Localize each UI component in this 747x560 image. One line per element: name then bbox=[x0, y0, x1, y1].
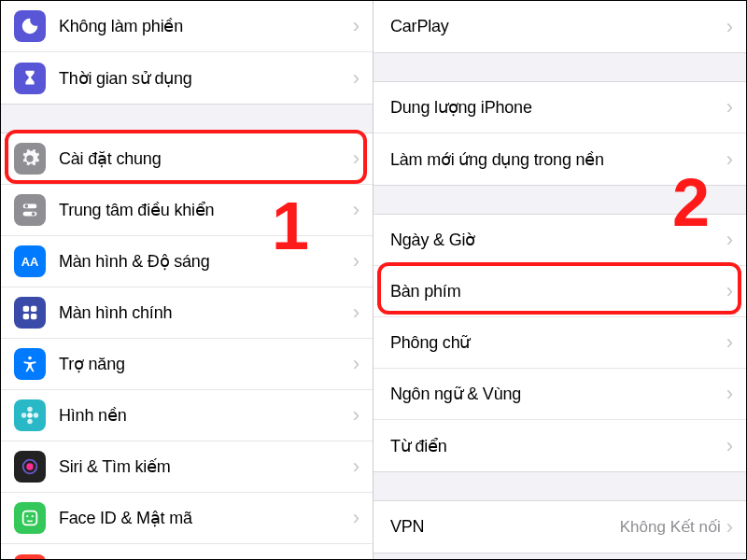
gear-icon bbox=[14, 143, 46, 175]
svg-point-14 bbox=[34, 413, 38, 418]
row-keyboard[interactable]: Bàn phím › bbox=[374, 266, 746, 317]
svg-rect-17 bbox=[23, 511, 37, 525]
row-label: VPN bbox=[390, 517, 620, 537]
row-label: Hình nền bbox=[59, 405, 353, 426]
row-label: Màn hình & Độ sáng bbox=[59, 251, 353, 272]
svg-point-16 bbox=[26, 463, 33, 469]
svg-point-18 bbox=[26, 515, 28, 517]
chevron-right-icon: › bbox=[353, 352, 359, 376]
row-label: Ngày & Giờ bbox=[390, 230, 726, 250]
switches-icon bbox=[14, 194, 46, 226]
row-date-time[interactable]: Ngày & Giờ › bbox=[374, 215, 746, 266]
svg-rect-7 bbox=[23, 314, 29, 319]
row-dictionary[interactable]: Từ điển › bbox=[374, 420, 746, 471]
chevron-right-icon: › bbox=[726, 515, 733, 539]
row-label: Dung lượng iPhone bbox=[390, 97, 726, 118]
row-label: Bàn phím bbox=[390, 282, 726, 301]
chevron-right-icon: › bbox=[353, 249, 359, 273]
row-sos[interactable]: SOS SOS khẩn cấp › bbox=[1, 544, 373, 559]
svg-point-10 bbox=[27, 413, 33, 418]
row-label: Ngôn ngữ & Vùng bbox=[390, 384, 726, 404]
chevron-right-icon: › bbox=[353, 66, 359, 91]
row-label: Cài đặt chung bbox=[59, 148, 353, 169]
chevron-right-icon: › bbox=[353, 147, 359, 171]
chevron-right-icon: › bbox=[353, 403, 359, 427]
svg-point-2 bbox=[25, 204, 29, 208]
row-carplay[interactable]: CarPlay › bbox=[374, 1, 746, 52]
face-icon bbox=[14, 502, 46, 534]
flower-icon bbox=[14, 399, 46, 431]
row-label: Làm mới ứng dụng trong nền bbox=[390, 149, 726, 170]
chevron-right-icon: › bbox=[726, 330, 733, 355]
svg-point-13 bbox=[21, 413, 27, 418]
svg-point-12 bbox=[27, 419, 33, 425]
chevron-right-icon: › bbox=[353, 301, 359, 325]
row-dnd[interactable]: Không làm phiền › bbox=[1, 1, 373, 52]
svg-rect-6 bbox=[31, 306, 36, 312]
chevron-right-icon: › bbox=[353, 558, 359, 560]
svg-point-11 bbox=[27, 407, 33, 413]
row-wallpaper[interactable]: Hình nền › bbox=[1, 390, 373, 441]
svg-point-19 bbox=[32, 515, 34, 517]
row-label: Màn hình chính bbox=[59, 303, 353, 323]
chevron-right-icon: › bbox=[353, 14, 359, 38]
svg-rect-5 bbox=[23, 306, 29, 312]
row-general[interactable]: Cài đặt chung › bbox=[1, 133, 373, 185]
chevron-right-icon: › bbox=[353, 455, 359, 479]
settings-panel-left: Không làm phiền › Thời gian sử dụng › Cà… bbox=[1, 1, 374, 559]
row-fonts[interactable]: Phông chữ › bbox=[374, 317, 746, 369]
hourglass-icon bbox=[14, 63, 46, 94]
svg-point-3 bbox=[32, 212, 35, 216]
row-siri[interactable]: Siri & Tìm kiếm › bbox=[1, 441, 373, 493]
row-label: Từ điển bbox=[390, 436, 726, 456]
row-label: Phông chữ bbox=[390, 332, 726, 353]
row-display[interactable]: AA Màn hình & Độ sáng › bbox=[1, 236, 373, 287]
tutorial-screenshot: Không làm phiền › Thời gian sử dụng › Cà… bbox=[0, 0, 747, 560]
row-home-screen[interactable]: Màn hình chính › bbox=[1, 287, 373, 339]
svg-point-9 bbox=[28, 357, 32, 360]
aa-icon: AA bbox=[14, 245, 46, 277]
row-accessibility[interactable]: Trợ năng › bbox=[1, 339, 373, 390]
chevron-right-icon: › bbox=[726, 228, 733, 252]
chevron-right-icon: › bbox=[726, 382, 733, 406]
row-label: Trung tâm điều khiển bbox=[59, 200, 353, 220]
row-label: Face ID & Mật mã bbox=[59, 508, 353, 528]
sos-icon: SOS bbox=[14, 554, 46, 560]
accessibility-icon bbox=[14, 348, 46, 380]
siri-icon bbox=[14, 451, 46, 483]
row-label: Không làm phiền bbox=[59, 16, 353, 36]
row-storage[interactable]: Dung lượng iPhone › bbox=[374, 82, 746, 133]
svg-rect-8 bbox=[31, 314, 36, 319]
general-panel-right: CarPlay › Dung lượng iPhone › Làm mới ứn… bbox=[374, 1, 746, 559]
row-label: CarPlay bbox=[390, 17, 726, 36]
chevron-right-icon: › bbox=[353, 198, 359, 222]
row-language-region[interactable]: Ngôn ngữ & Vùng › bbox=[374, 369, 746, 420]
grid-icon bbox=[14, 297, 46, 329]
chevron-right-icon: › bbox=[353, 506, 359, 530]
chevron-right-icon: › bbox=[726, 434, 733, 458]
svg-text:AA: AA bbox=[21, 255, 39, 269]
moon-icon bbox=[14, 10, 46, 42]
row-bg-refresh[interactable]: Làm mới ứng dụng trong nền › bbox=[374, 133, 746, 185]
row-vpn[interactable]: VPN Không Kết nối › bbox=[374, 501, 746, 553]
row-screentime[interactable]: Thời gian sử dụng › bbox=[1, 52, 373, 104]
row-label: Siri & Tìm kiếm bbox=[59, 456, 353, 477]
row-control-center[interactable]: Trung tâm điều khiển › bbox=[1, 185, 373, 236]
chevron-right-icon: › bbox=[726, 95, 733, 119]
chevron-right-icon: › bbox=[726, 147, 733, 172]
row-label: Trợ năng bbox=[59, 354, 353, 374]
chevron-right-icon: › bbox=[726, 15, 733, 39]
row-faceid[interactable]: Face ID & Mật mã › bbox=[1, 493, 373, 544]
row-label: Thời gian sử dụng bbox=[59, 68, 353, 89]
row-detail: Không Kết nối bbox=[620, 517, 721, 537]
chevron-right-icon: › bbox=[726, 279, 733, 303]
